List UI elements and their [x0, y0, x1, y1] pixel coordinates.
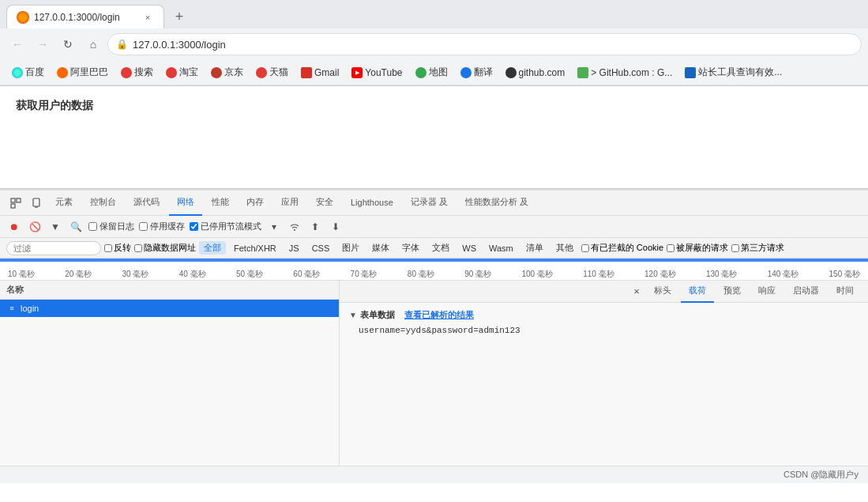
back-button[interactable]: ←: [6, 33, 28, 55]
reverse-checkbox[interactable]: [104, 244, 112, 252]
detail-tab-response[interactable]: 响应: [750, 281, 783, 303]
third-party-checkbox[interactable]: [731, 244, 739, 252]
tab-network[interactable]: 网络: [169, 191, 202, 216]
taobao-icon: [166, 67, 177, 78]
tab-elements[interactable]: 元素: [47, 191, 81, 216]
home-button[interactable]: ⌂: [82, 33, 104, 55]
bookmark-github[interactable]: github.com: [500, 65, 571, 81]
filter-fetch-xhr[interactable]: Fetch/XHR: [229, 243, 281, 254]
page-content: 获取用户的数据: [0, 86, 868, 189]
cookie-group: 有已拦截的 Cookie: [581, 242, 663, 254]
detail-tab-headers[interactable]: 标头: [646, 281, 679, 303]
tab-sources[interactable]: 源代码: [126, 191, 167, 216]
preserve-log-checkbox[interactable]: [88, 222, 97, 231]
filter-all[interactable]: 全部: [199, 241, 226, 255]
detail-close-button[interactable]: ×: [629, 284, 644, 300]
bookmark-gmail[interactable]: Gmail: [295, 65, 344, 81]
bookmark-jd[interactable]: 京东: [205, 63, 249, 81]
new-tab-button[interactable]: +: [167, 5, 191, 28]
clear-button[interactable]: 🚫: [27, 219, 43, 235]
blocked-checkbox[interactable]: [667, 244, 674, 252]
detail-tab-timing[interactable]: 时间: [829, 281, 862, 303]
throttle-dropdown[interactable]: ▾: [266, 219, 282, 235]
bookmark-tmall[interactable]: 天猫: [250, 63, 294, 81]
filter-ws[interactable]: WS: [457, 243, 481, 254]
filter-js[interactable]: JS: [284, 243, 304, 254]
bookmark-search[interactable]: 搜索: [115, 63, 159, 81]
filter-manifest[interactable]: 清单: [521, 241, 548, 255]
svg-rect-0: [11, 198, 15, 202]
jd-icon: [211, 67, 222, 78]
tab-console[interactable]: 控制台: [82, 191, 124, 216]
filter-wasm[interactable]: Wasm: [484, 243, 518, 254]
detail-tab-preview[interactable]: 预览: [716, 281, 749, 303]
detail-tab-payload[interactable]: 载荷: [681, 281, 714, 303]
tab-memory[interactable]: 内存: [239, 191, 272, 216]
search-button[interactable]: 🔍: [68, 219, 84, 235]
request-name: login: [21, 304, 39, 313]
bookmark-tmall-label: 天猫: [269, 66, 288, 79]
devtools-device-icon[interactable]: [27, 194, 46, 213]
forward-button[interactable]: →: [32, 33, 54, 55]
bookmark-alibaba[interactable]: 阿里巴巴: [51, 63, 114, 81]
tl-label-0: 10 毫秒: [8, 269, 35, 280]
tab-perf-insights[interactable]: 性能数据分析 及: [457, 191, 536, 216]
bookmark-tools[interactable]: 站长工具查询有效...: [679, 63, 787, 81]
view-parsed-link[interactable]: 查看已解析的结果: [404, 309, 474, 321]
bookmark-translate-label: 翻译: [474, 66, 493, 79]
bookmark-jd-label: 京东: [224, 66, 243, 79]
filter-toggle-button[interactable]: ▼: [47, 219, 63, 235]
upload-icon[interactable]: ⬆: [307, 219, 323, 235]
filter-img[interactable]: 图片: [337, 241, 364, 255]
tl-label-3: 40 毫秒: [179, 269, 206, 280]
disable-cache-checkbox[interactable]: [139, 222, 148, 231]
tl-label-8: 90 毫秒: [464, 269, 491, 280]
detail-tab-initiator[interactable]: 启动器: [785, 281, 827, 303]
tab-recorder[interactable]: 记录器 及: [403, 191, 456, 216]
disable-stream-checkbox[interactable]: [190, 222, 198, 231]
gmail-icon: [301, 67, 312, 78]
tab-performance[interactable]: 性能: [204, 191, 237, 216]
tab-security[interactable]: 安全: [308, 191, 341, 216]
filter-doc[interactable]: 文档: [427, 241, 454, 255]
refresh-button[interactable]: ↻: [57, 33, 79, 55]
hide-data-urls-checkbox[interactable]: [134, 244, 142, 252]
timeline[interactable]: 10 毫秒 20 毫秒 30 毫秒 40 毫秒 50 毫秒 60 毫秒 70 毫…: [0, 259, 868, 281]
bookmark-translate[interactable]: 翻译: [455, 63, 498, 81]
bookmark-baidu[interactable]: 百度: [6, 63, 50, 81]
record-button[interactable]: ⏺: [6, 219, 22, 235]
filter-input[interactable]: [6, 241, 101, 255]
bookmark-taobao[interactable]: 淘宝: [160, 63, 204, 81]
bookmark-github2[interactable]: > GitHub.com : G...: [572, 65, 678, 81]
tl-label-4: 50 毫秒: [236, 269, 263, 280]
filter-media[interactable]: 媒体: [367, 241, 394, 255]
preserve-log-label: 保留日志: [100, 221, 134, 232]
collapse-triangle[interactable]: ▼: [349, 311, 357, 319]
tab-lighthouse[interactable]: Lighthouse: [343, 191, 401, 216]
tab-close-button[interactable]: ×: [141, 11, 154, 24]
network-toolbar: ⏺ 🚫 ▼ 🔍 保留日志 停用缓存 已停用节流模式 ▾ ⬆ ⬇: [0, 216, 868, 238]
cookie-label: 有已拦截的 Cookie: [591, 242, 663, 254]
bookmark-youtube[interactable]: ▶ YouTube: [346, 65, 408, 81]
filter-other[interactable]: 其他: [551, 241, 578, 255]
filter-css[interactable]: CSS: [307, 243, 335, 254]
devtools-panel: 元素 控制台 源代码 网络 性能 内存 应用 安全 Lighthouse 记录器…: [0, 189, 868, 466]
cookie-checkbox[interactable]: [581, 244, 589, 252]
status-text: CSDN @隐藏用户y: [783, 469, 859, 481]
bookmark-alibaba-label: 阿里巴巴: [70, 66, 108, 79]
filter-bar: 反转 隐藏数据网址 全部 Fetch/XHR JS CSS 图片 媒体 字体 文…: [0, 238, 868, 259]
baidu-icon: [12, 67, 23, 78]
download-icon[interactable]: ⬇: [328, 219, 344, 235]
bookmark-maps[interactable]: 地图: [410, 63, 453, 81]
bookmark-github-label: github.com: [519, 67, 566, 78]
address-bar-input[interactable]: 🔒 127.0.0.1:3000/login: [107, 33, 862, 55]
request-row-login[interactable]: ≡ login: [0, 300, 339, 317]
search-icon: [121, 67, 132, 78]
devtools-inspect-icon[interactable]: [6, 194, 25, 213]
tab-application[interactable]: 应用: [273, 191, 306, 216]
tl-label-7: 80 毫秒: [408, 269, 434, 280]
tl-label-11: 120 毫秒: [644, 269, 675, 280]
disable-stream-group: 已停用节流模式: [190, 221, 261, 232]
filter-font[interactable]: 字体: [397, 241, 424, 255]
active-tab[interactable]: 127.0.0.1:3000/login ×: [6, 5, 164, 28]
